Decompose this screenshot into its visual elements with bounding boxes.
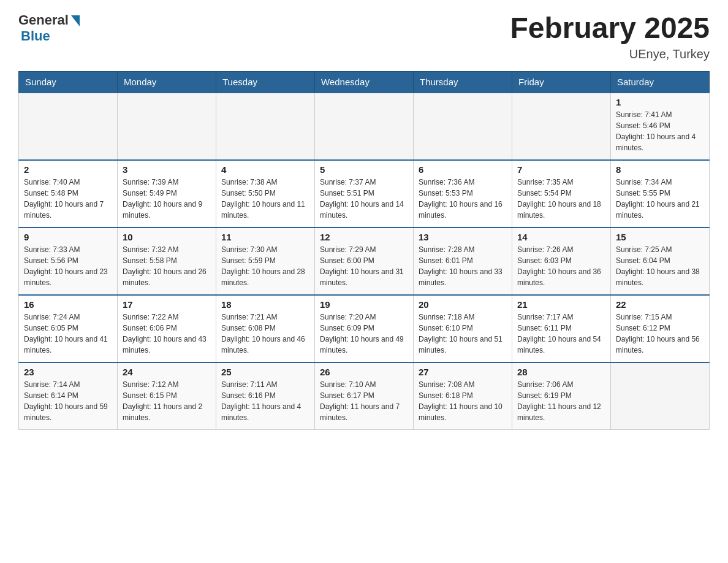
day-info: Sunrise: 7:26 AMSunset: 6:03 PMDaylight:… (517, 244, 605, 288)
calendar-cell (216, 93, 315, 160)
day-info: Sunrise: 7:41 AMSunset: 5:46 PMDaylight:… (616, 109, 704, 153)
calendar-cell: 27Sunrise: 7:08 AMSunset: 6:18 PMDayligh… (414, 362, 512, 430)
day-number: 18 (221, 299, 309, 310)
day-info: Sunrise: 7:17 AMSunset: 6:11 PMDaylight:… (517, 312, 605, 356)
calendar-cell: 24Sunrise: 7:12 AMSunset: 6:15 PMDayligh… (118, 362, 216, 430)
week-row-1: 1Sunrise: 7:41 AMSunset: 5:46 PMDaylight… (19, 93, 710, 160)
calendar-cell: 16Sunrise: 7:24 AMSunset: 6:05 PMDayligh… (19, 295, 118, 362)
day-number: 21 (517, 299, 605, 310)
calendar-table: SundayMondayTuesdayWednesdayThursdayFrid… (18, 71, 710, 431)
calendar-cell: 8Sunrise: 7:34 AMSunset: 5:55 PMDaylight… (611, 160, 710, 228)
day-number: 12 (320, 232, 408, 242)
header-day-wednesday: Wednesday (315, 71, 414, 93)
calendar-cell: 5Sunrise: 7:37 AMSunset: 5:51 PMDaylight… (315, 160, 414, 228)
day-number: 15 (616, 232, 704, 242)
day-info: Sunrise: 7:30 AMSunset: 5:59 PMDaylight:… (221, 244, 309, 288)
calendar-cell (414, 93, 512, 160)
day-number: 28 (517, 367, 605, 377)
day-info: Sunrise: 7:18 AMSunset: 6:10 PMDaylight:… (419, 312, 507, 356)
header-day-saturday: Saturday (611, 71, 710, 93)
calendar-cell: 13Sunrise: 7:28 AMSunset: 6:01 PMDayligh… (414, 228, 512, 295)
calendar-cell: 25Sunrise: 7:11 AMSunset: 6:16 PMDayligh… (216, 362, 315, 430)
day-number: 5 (320, 164, 408, 175)
day-number: 22 (616, 299, 704, 310)
calendar-cell (512, 93, 611, 160)
week-row-3: 9Sunrise: 7:33 AMSunset: 5:56 PMDaylight… (19, 228, 710, 295)
calendar-cell: 14Sunrise: 7:26 AMSunset: 6:03 PMDayligh… (512, 228, 611, 295)
title-section: February 2025 UEnye, Turkey (510, 12, 710, 61)
day-info: Sunrise: 7:37 AMSunset: 5:51 PMDaylight:… (320, 177, 408, 221)
week-row-2: 2Sunrise: 7:40 AMSunset: 5:48 PMDaylight… (19, 160, 710, 228)
calendar-cell: 1Sunrise: 7:41 AMSunset: 5:46 PMDaylight… (611, 93, 710, 160)
header-day-tuesday: Tuesday (216, 71, 315, 93)
day-number: 11 (221, 232, 309, 242)
calendar-cell: 22Sunrise: 7:15 AMSunset: 6:12 PMDayligh… (611, 295, 710, 362)
day-number: 4 (221, 164, 309, 175)
calendar-cell: 26Sunrise: 7:10 AMSunset: 6:17 PMDayligh… (315, 362, 414, 430)
day-number: 6 (419, 164, 507, 175)
day-info: Sunrise: 7:28 AMSunset: 6:01 PMDaylight:… (419, 244, 507, 288)
day-info: Sunrise: 7:21 AMSunset: 6:08 PMDaylight:… (221, 312, 309, 356)
location-subtitle: UEnye, Turkey (510, 47, 710, 61)
calendar-cell: 21Sunrise: 7:17 AMSunset: 6:11 PMDayligh… (512, 295, 611, 362)
day-info: Sunrise: 7:11 AMSunset: 6:16 PMDaylight:… (221, 379, 309, 423)
logo-arrow-icon (71, 15, 80, 26)
calendar-cell: 17Sunrise: 7:22 AMSunset: 6:06 PMDayligh… (118, 295, 216, 362)
day-number: 16 (24, 299, 112, 310)
calendar-cell (611, 362, 710, 430)
day-info: Sunrise: 7:34 AMSunset: 5:55 PMDaylight:… (616, 177, 704, 221)
day-number: 1 (616, 97, 704, 107)
calendar-cell (315, 93, 414, 160)
calendar-cell: 3Sunrise: 7:39 AMSunset: 5:49 PMDaylight… (118, 160, 216, 228)
week-row-5: 23Sunrise: 7:14 AMSunset: 6:14 PMDayligh… (19, 362, 710, 430)
day-info: Sunrise: 7:38 AMSunset: 5:50 PMDaylight:… (221, 177, 309, 221)
logo-general-text: General (18, 12, 69, 28)
calendar-cell: 28Sunrise: 7:06 AMSunset: 6:19 PMDayligh… (512, 362, 611, 430)
day-info: Sunrise: 7:36 AMSunset: 5:53 PMDaylight:… (419, 177, 507, 221)
day-number: 26 (320, 367, 408, 377)
day-number: 9 (24, 232, 112, 242)
logo-top: General (18, 12, 80, 28)
calendar-cell: 2Sunrise: 7:40 AMSunset: 5:48 PMDaylight… (19, 160, 118, 228)
day-info: Sunrise: 7:29 AMSunset: 6:00 PMDaylight:… (320, 244, 408, 288)
day-number: 23 (24, 367, 112, 377)
day-number: 25 (221, 367, 309, 377)
logo: General Blue (18, 12, 80, 44)
day-info: Sunrise: 7:32 AMSunset: 5:58 PMDaylight:… (123, 244, 211, 288)
day-number: 7 (517, 164, 605, 175)
week-row-4: 16Sunrise: 7:24 AMSunset: 6:05 PMDayligh… (19, 295, 710, 362)
day-info: Sunrise: 7:14 AMSunset: 6:14 PMDaylight:… (24, 379, 112, 423)
day-info: Sunrise: 7:33 AMSunset: 5:56 PMDaylight:… (24, 244, 112, 288)
day-number: 8 (616, 164, 704, 175)
calendar-cell: 7Sunrise: 7:35 AMSunset: 5:54 PMDaylight… (512, 160, 611, 228)
logo-blue-text: Blue (21, 28, 50, 44)
day-number: 19 (320, 299, 408, 310)
calendar-cell (118, 93, 216, 160)
calendar-cell: 6Sunrise: 7:36 AMSunset: 5:53 PMDaylight… (414, 160, 512, 228)
header-day-monday: Monday (118, 71, 216, 93)
day-number: 3 (123, 164, 211, 175)
day-info: Sunrise: 7:15 AMSunset: 6:12 PMDaylight:… (616, 312, 704, 356)
calendar-cell: 20Sunrise: 7:18 AMSunset: 6:10 PMDayligh… (414, 295, 512, 362)
calendar-cell: 19Sunrise: 7:20 AMSunset: 6:09 PMDayligh… (315, 295, 414, 362)
calendar-cell: 11Sunrise: 7:30 AMSunset: 5:59 PMDayligh… (216, 228, 315, 295)
calendar-cell: 10Sunrise: 7:32 AMSunset: 5:58 PMDayligh… (118, 228, 216, 295)
day-number: 10 (123, 232, 211, 242)
day-info: Sunrise: 7:08 AMSunset: 6:18 PMDaylight:… (419, 379, 507, 423)
day-number: 2 (24, 164, 112, 175)
calendar-cell: 15Sunrise: 7:25 AMSunset: 6:04 PMDayligh… (611, 228, 710, 295)
header-day-friday: Friday (512, 71, 611, 93)
day-info: Sunrise: 7:35 AMSunset: 5:54 PMDaylight:… (517, 177, 605, 221)
calendar-cell: 4Sunrise: 7:38 AMSunset: 5:50 PMDaylight… (216, 160, 315, 228)
day-info: Sunrise: 7:22 AMSunset: 6:06 PMDaylight:… (123, 312, 211, 356)
calendar-cell (19, 93, 118, 160)
day-number: 27 (419, 367, 507, 377)
day-info: Sunrise: 7:40 AMSunset: 5:48 PMDaylight:… (24, 177, 112, 221)
calendar-cell: 9Sunrise: 7:33 AMSunset: 5:56 PMDaylight… (19, 228, 118, 295)
day-info: Sunrise: 7:39 AMSunset: 5:49 PMDaylight:… (123, 177, 211, 221)
day-number: 20 (419, 299, 507, 310)
day-info: Sunrise: 7:10 AMSunset: 6:17 PMDaylight:… (320, 379, 408, 423)
day-info: Sunrise: 7:06 AMSunset: 6:19 PMDaylight:… (517, 379, 605, 423)
calendar-cell: 23Sunrise: 7:14 AMSunset: 6:14 PMDayligh… (19, 362, 118, 430)
day-info: Sunrise: 7:24 AMSunset: 6:05 PMDaylight:… (24, 312, 112, 356)
